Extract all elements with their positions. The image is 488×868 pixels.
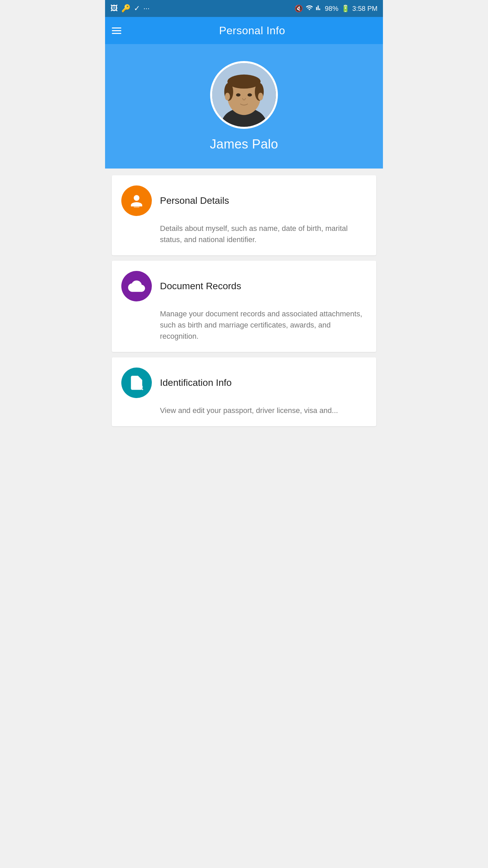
status-bar-right-icons: 🔇 98% 🔋 3:58 PM [294,4,378,13]
identification-info-card[interactable]: Identification Info View and edit your p… [112,357,376,426]
svg-rect-15 [134,383,140,384]
mute-icon: 🔇 [294,4,303,13]
document-records-icon [121,271,152,301]
identification-info-icon [121,368,152,398]
key-icon: 🔑 [121,4,130,13]
status-bar: 🖼 🔑 ✓ ··· 🔇 98% 🔋 3:58 PM [105,0,383,17]
svg-point-7 [236,93,241,96]
document-records-card[interactable]: Document Records Manage your document re… [112,261,376,352]
svg-rect-13 [134,287,140,288]
personal-details-title: Personal Details [160,195,229,206]
signal-icon [316,4,322,13]
personal-details-description: Details about myself, such as name, date… [121,223,367,245]
user-name: James Palo [210,137,278,152]
app-bar: Personal Info [105,17,383,44]
card-header-identification: Identification Info [121,368,367,398]
more-icon: ··· [143,4,149,13]
personal-details-icon [121,185,152,216]
status-bar-left-icons: 🖼 🔑 ✓ ··· [110,4,149,13]
svg-rect-16 [134,386,138,387]
time-display: 3:58 PM [352,5,378,13]
wifi-icon [306,4,313,13]
hamburger-menu-button[interactable] [112,27,121,34]
document-records-title: Document Records [160,281,241,292]
avatar[interactable] [210,61,278,129]
svg-line-18 [142,389,143,390]
battery-level: 98% [325,5,338,13]
identification-info-description: View and edit your passport, driver lice… [121,405,367,416]
battery-icon: 🔋 [341,4,350,13]
personal-details-card[interactable]: Personal Details Details about myself, s… [112,175,376,255]
cards-container: Personal Details Details about myself, s… [105,169,383,433]
document-records-description: Manage your document records and associa… [121,308,367,342]
svg-point-4 [227,75,261,88]
card-header-document: Document Records [121,271,367,301]
svg-point-9 [225,93,230,100]
identification-info-title: Identification Info [160,377,232,388]
check-icon: ✓ [134,4,140,13]
svg-point-10 [258,93,263,100]
page-title: Personal Info [128,24,376,37]
svg-rect-12 [134,285,140,286]
card-header-personal: Personal Details [121,185,367,216]
image-icon: 🖼 [110,4,118,13]
svg-rect-14 [134,289,137,290]
svg-point-8 [247,93,252,96]
svg-rect-11 [134,204,140,208]
profile-header: James Palo [105,44,383,169]
